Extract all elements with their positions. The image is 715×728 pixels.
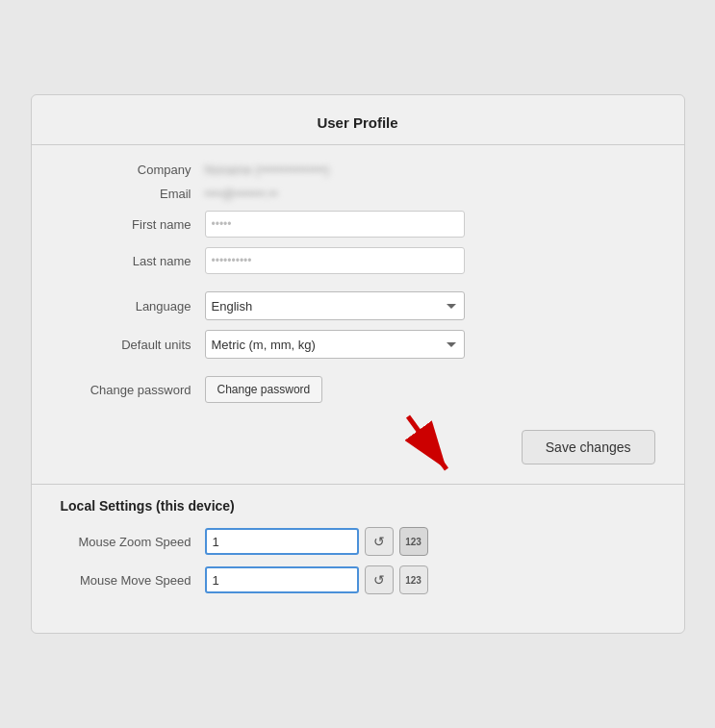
zoom-reset-button[interactable]: ↺ — [365, 527, 394, 556]
lastname-label: Last name — [61, 254, 205, 268]
reset-icon: ↺ — [373, 534, 385, 549]
company-row: Company Noname (•••••••••••••••) — [61, 163, 655, 177]
move-reset-button[interactable]: ↺ — [365, 565, 394, 594]
move-reset-icon: ↺ — [373, 572, 385, 588]
change-password-button[interactable]: Change password — [205, 376, 323, 403]
local-divider — [32, 484, 684, 485]
title-divider — [32, 144, 684, 145]
units-select[interactable]: Metric (m, mm, kg) Imperial (ft, in, lb) — [205, 330, 465, 359]
profile-form: Company Noname (•••••••••••••••) Email •… — [32, 163, 684, 403]
move-speed-row: Mouse Move Speed ↺ 123 — [61, 565, 655, 594]
local-settings-title: Local Settings (this device) — [32, 498, 684, 514]
lastname-row: Last name — [61, 247, 655, 274]
user-profile-panel: User Profile Company Noname (•••••••••••… — [31, 94, 685, 634]
email-value: ••••@•••••••.•• — [205, 187, 278, 201]
numeric-icon: 123 — [405, 537, 421, 547]
save-row: Save changes — [32, 420, 684, 468]
panel-title: User Profile — [32, 114, 684, 131]
firstname-label: First name — [61, 217, 205, 232]
units-row: Default units Metric (m, mm, kg) Imperia… — [61, 330, 655, 359]
local-settings-form: Mouse Zoom Speed ↺ — [32, 527, 684, 594]
firstname-row: First name — [61, 211, 655, 238]
zoom-speed-input[interactable] — [205, 528, 359, 555]
save-changes-button[interactable]: Save changes — [522, 430, 655, 464]
language-select[interactable]: English French German Spanish — [205, 291, 465, 320]
zoom-speed-row: Mouse Zoom Speed ↺ — [61, 527, 655, 556]
move-numeric-icon: 123 — [405, 575, 421, 586]
zoom-123-button[interactable]: 123 — [399, 527, 428, 556]
move-speed-input[interactable] — [205, 566, 359, 593]
email-row: Email ••••@•••••••.•• — [61, 187, 655, 201]
lastname-input[interactable] — [205, 247, 465, 274]
firstname-input[interactable] — [205, 211, 465, 238]
change-password-row: Change password Change password — [61, 376, 655, 403]
email-label: Email — [61, 187, 205, 201]
move-speed-controls: ↺ 123 — [205, 565, 428, 594]
language-label: Language — [61, 299, 205, 314]
zoom-123-wrapper: 123 — [394, 527, 428, 556]
zoom-speed-controls: ↺ — [205, 527, 428, 556]
change-password-label: Change password — [61, 383, 205, 397]
language-row: Language English French German Spanish — [61, 291, 655, 320]
zoom-speed-label: Mouse Zoom Speed — [61, 535, 205, 549]
move-speed-label: Mouse Move Speed — [61, 573, 205, 588]
company-label: Company — [61, 163, 205, 177]
company-value: Noname (•••••••••••••••) — [205, 163, 330, 177]
move-123-button[interactable]: 123 — [399, 565, 428, 594]
units-label: Default units — [61, 338, 205, 352]
